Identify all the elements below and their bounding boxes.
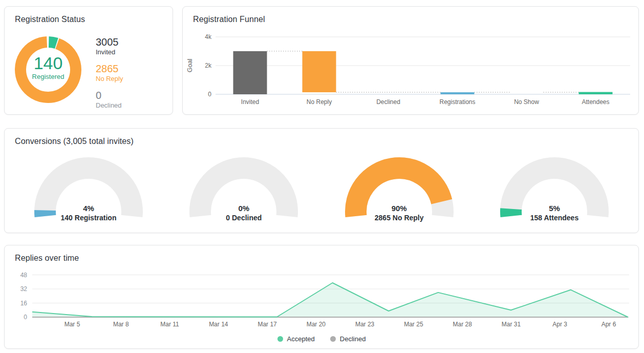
y-axis-title: Goal bbox=[186, 59, 194, 72]
donut-segment-registered[interactable] bbox=[49, 42, 56, 44]
gauge-percent: 0% bbox=[180, 203, 308, 213]
x-tick-label: Mar 17 bbox=[257, 321, 277, 328]
declined-series-dot-icon bbox=[330, 336, 336, 342]
gauge-declined[interactable]: 0% 0 Declined bbox=[180, 155, 308, 227]
legend-item-declined[interactable]: Declined bbox=[330, 335, 366, 343]
gauge-percent: 5% bbox=[490, 203, 618, 213]
chart-legend: Accepted Declined bbox=[5, 335, 638, 343]
stat-declined: 0 Declined bbox=[96, 90, 123, 110]
registration-stats: 3005 Invited 2865 No Reply 0 Declined bbox=[96, 36, 123, 110]
donut-center-label: Registered bbox=[14, 73, 82, 80]
gauge-text: 5% 158 Attendees bbox=[490, 203, 618, 223]
funnel-bar[interactable] bbox=[233, 51, 267, 94]
x-tick-label: Mar 25 bbox=[404, 321, 423, 328]
gauge-attendees[interactable]: 5% 158 Attendees bbox=[490, 155, 618, 227]
gauge-label: 158 Attendees bbox=[490, 213, 618, 223]
stat-invited: 3005 Invited bbox=[96, 36, 123, 56]
funnel-bar[interactable] bbox=[303, 51, 336, 92]
category-label: Registrations bbox=[439, 98, 475, 106]
category-label: Declined bbox=[376, 98, 400, 106]
y-tick-label: 32 bbox=[20, 285, 28, 293]
x-tick-label: Mar 28 bbox=[453, 321, 472, 328]
funnel-bar[interactable] bbox=[441, 92, 475, 94]
donut-center: 140 Registered bbox=[14, 54, 82, 80]
donut-center-value: 140 bbox=[14, 54, 82, 72]
y-tick-label: 4k bbox=[205, 33, 212, 40]
x-tick-label: Mar 14 bbox=[209, 321, 228, 328]
legend-label: Accepted bbox=[287, 335, 315, 343]
gauge-label: 0 Declined bbox=[180, 213, 308, 223]
gauge-text: 0% 0 Declined bbox=[180, 203, 308, 223]
x-tick-label: Mar 23 bbox=[355, 321, 375, 328]
y-tick-label: 48 bbox=[20, 272, 28, 279]
funnel-bar[interactable] bbox=[579, 92, 613, 94]
y-tick-label: 2k bbox=[205, 62, 212, 69]
replies-over-time-chart[interactable]: 0163248Mar 5Mar 8Mar 11Mar 14Mar 17Mar 2… bbox=[5, 245, 639, 349]
stat-label: No Reply bbox=[96, 74, 123, 83]
y-tick-label: 0 bbox=[24, 314, 27, 321]
stat-no-reply: 2865 No Reply bbox=[96, 63, 123, 83]
accepted-area-fill bbox=[32, 283, 628, 317]
x-tick-label: Mar 20 bbox=[307, 321, 326, 328]
gauge-label: 140 Registration bbox=[25, 213, 153, 223]
gauge-no-reply[interactable]: 90% 2865 No Reply bbox=[335, 155, 463, 227]
gauge-text: 90% 2865 No Reply bbox=[335, 203, 463, 223]
stat-value: 0 bbox=[96, 90, 123, 101]
stat-label: Declined bbox=[96, 101, 123, 110]
category-label: No Show bbox=[514, 98, 539, 106]
legend-item-accepted[interactable]: Accepted bbox=[277, 335, 315, 343]
conversions-card: Conversions (3,005 total invites) 4% 140… bbox=[4, 128, 639, 233]
gauge-text: 4% 140 Registration bbox=[25, 203, 153, 223]
category-label: Attendees bbox=[582, 98, 609, 106]
registration-funnel-card: Registration Funnel 02k4kGoalInvitedNo R… bbox=[182, 6, 639, 115]
gauge-registration[interactable]: 4% 140 Registration bbox=[25, 155, 153, 227]
gauge-percent: 90% bbox=[335, 203, 463, 213]
replies-over-time-card: Replies over time 0163248Mar 5Mar 8Mar 1… bbox=[4, 245, 639, 349]
gauge-label: 2865 No Reply bbox=[335, 213, 463, 223]
registration-funnel-chart[interactable]: 02k4kGoalInvitedNo ReplyDeclinedRegistra… bbox=[183, 7, 639, 115]
gauge-percent: 4% bbox=[25, 203, 153, 213]
category-label: No Reply bbox=[307, 98, 332, 106]
y-tick-label: 0 bbox=[208, 91, 211, 98]
accepted-series-dot-icon bbox=[277, 336, 283, 342]
x-tick-label: Mar 5 bbox=[65, 321, 80, 328]
x-tick-label: Apr 3 bbox=[552, 321, 567, 328]
stat-value: 3005 bbox=[96, 36, 123, 48]
x-tick-label: Apr 6 bbox=[602, 321, 616, 328]
x-tick-label: Mar 8 bbox=[113, 321, 129, 328]
gauge-row: 4% 140 Registration 0% 0 Declined 90% 28… bbox=[5, 155, 638, 227]
x-tick-label: Mar 11 bbox=[160, 321, 179, 328]
card-title: Conversions (3,005 total invites) bbox=[15, 137, 134, 146]
y-tick-label: 16 bbox=[20, 300, 28, 307]
card-title: Registration Status bbox=[15, 15, 85, 24]
x-tick-label: Mar 31 bbox=[502, 321, 521, 328]
legend-label: Declined bbox=[340, 335, 366, 343]
registration-status-card: Registration Status 140 Registered 3005 … bbox=[4, 6, 173, 115]
dashboard-page: { "registration_status": { "title": "Reg… bbox=[0, 0, 644, 353]
registration-donut-chart[interactable]: 140 Registered bbox=[14, 35, 82, 104]
stat-value: 2865 bbox=[96, 63, 123, 74]
category-label: Invited bbox=[241, 98, 259, 106]
stat-label: Invited bbox=[96, 48, 123, 56]
